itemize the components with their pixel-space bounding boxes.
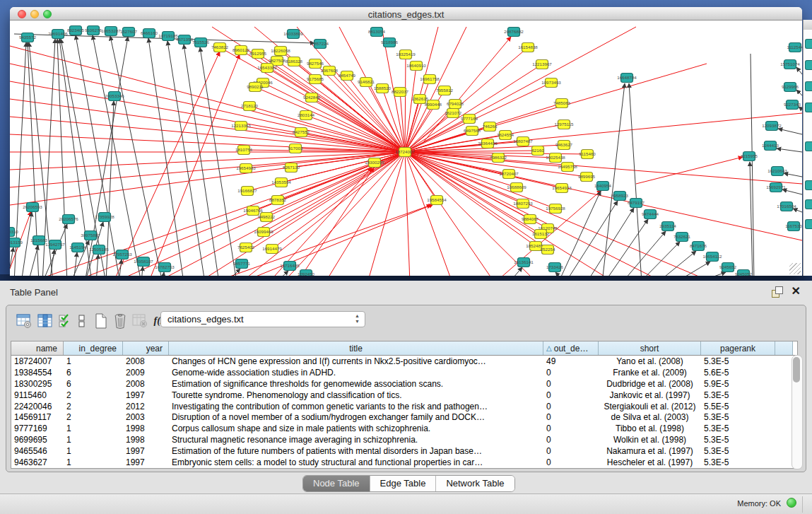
graph-node[interactable]: 20364436 <box>478 139 498 148</box>
graph-node[interactable]: 15692971 <box>766 183 786 192</box>
window-resize-grip[interactable] <box>789 263 801 274</box>
graph-node[interactable]: 1092450 <box>298 270 315 276</box>
table-settings-icon[interactable] <box>15 312 33 330</box>
graph-node[interactable]: 8215955 <box>741 152 758 161</box>
network-canvas[interactable]: 8960122891295518226058982750816543382818… <box>10 21 802 276</box>
graph-node[interactable]: 19654923 <box>552 184 572 193</box>
graph-node[interactable]: 8427552 <box>293 128 310 137</box>
graph-node[interactable]: 12213967 <box>532 60 552 69</box>
float-panel-icon[interactable] <box>772 286 782 297</box>
graph-node[interactable]: 18640910 <box>406 62 426 71</box>
memory-ok-indicator[interactable] <box>787 498 796 508</box>
graph-node[interactable]: 9106276 <box>85 26 102 35</box>
cell-year[interactable]: 2012 <box>123 402 169 411</box>
column-header-in_degree[interactable]: in_degree <box>64 341 123 355</box>
graph-node[interactable]: 9245052 <box>735 270 753 276</box>
cell-short[interactable]: Nakamura et al. (1997) <box>599 446 701 456</box>
graph-node[interactable]: 9129966 <box>782 83 799 92</box>
cell-in_degree[interactable]: 1 <box>64 435 123 445</box>
cell-pagerank[interactable]: 5.3E-5 <box>701 356 775 366</box>
tab-edge-table[interactable]: Edge Table <box>370 476 437 491</box>
graph-node[interactable]: 7632621 <box>673 233 691 242</box>
graph-node[interactable]: 26206593 <box>23 203 42 212</box>
cell-short[interactable]: de Silva et al. (2003) <box>599 412 701 422</box>
graph-node[interactable]: 3913159 <box>10 238 23 247</box>
graph-node[interactable]: 16958107 <box>134 257 153 267</box>
tab-node-table[interactable]: Node Table <box>303 476 370 491</box>
delete-rows-icon[interactable] <box>111 312 129 330</box>
graph-node[interactable]: 9218986 <box>381 38 399 47</box>
graph-node[interactable]: 8822037 <box>392 88 409 97</box>
cell-short[interactable]: Franke et al. (2009) <box>599 368 701 378</box>
cell-title[interactable]: Tourette syndrome. Phenomenology and cla… <box>169 390 543 400</box>
window-titlebar[interactable]: citations_edges.txt <box>10 7 802 21</box>
graph-node[interactable]: 917003 <box>288 144 303 153</box>
new-table-icon[interactable] <box>93 312 110 330</box>
graph-node[interactable]: 15716485 <box>280 262 300 271</box>
table-row[interactable]: 1938455462009Genome-wide association stu… <box>11 367 797 378</box>
cell-out_de[interactable]: 0 <box>543 435 599 445</box>
cell-out_de[interactable]: 0 <box>543 446 599 456</box>
cell-title[interactable]: Disruption of a novel member of a sodium… <box>169 412 543 422</box>
table-row[interactable]: 977716911998Corpus callosum shape and si… <box>11 423 797 434</box>
graph-node[interactable]: 6497568 <box>464 127 481 136</box>
citation-graph[interactable]: 8960122891295518226058982750816543382818… <box>10 21 802 276</box>
cell-in_degree[interactable]: 6 <box>64 379 123 389</box>
table-row[interactable]: 946554611997Estimation of the future num… <box>11 445 797 457</box>
graph-node[interactable]: 2803144 <box>298 111 315 120</box>
graph-node[interactable]: 1244413 <box>762 141 779 151</box>
cell-short[interactable]: Wolkin et al. (1998) <box>599 435 701 445</box>
graph-node[interactable]: 7955812 <box>436 86 454 95</box>
table-row[interactable]: 1830029562008Estimation of significance … <box>11 378 797 390</box>
graph-node[interactable]: 16154838 <box>518 43 538 52</box>
graph-node[interactable]: 20053346 <box>105 92 124 101</box>
cell-out_de[interactable]: 0 <box>543 390 599 400</box>
graph-node[interactable]: 16033809 <box>283 30 303 39</box>
cell-out_de[interactable]: 0 <box>543 424 599 433</box>
graph-node[interactable]: 15751074 <box>780 60 800 69</box>
graph-node[interactable]: 9242848 <box>303 93 321 103</box>
graph-node[interactable]: 8267130 <box>283 163 300 173</box>
table-column-icon[interactable] <box>36 312 54 330</box>
column-select-icon[interactable] <box>57 312 73 330</box>
graph-node[interactable]: 14353594 <box>271 178 291 187</box>
graph-node[interactable]: 13942757 <box>45 240 65 250</box>
graph-node[interactable]: 9435572 <box>19 33 37 42</box>
graph-node[interactable]: 12975115 <box>554 120 574 129</box>
graph-node[interactable]: 1733426 <box>546 263 564 272</box>
graph-node[interactable]: 8471676 <box>690 242 707 251</box>
graph-node[interactable]: 20691406 <box>48 30 68 39</box>
table-row[interactable]: 1456911722003Disruption of a novel membe… <box>11 411 797 423</box>
cell-year[interactable]: 2008 <box>123 379 169 389</box>
table-row[interactable]: 2242004622012Investigating the contribut… <box>11 401 797 412</box>
graph-node[interactable]: 8960122 <box>233 46 250 55</box>
column-header-short[interactable]: short <box>599 341 701 355</box>
cell-title[interactable]: Investigating the contribution of common… <box>169 402 543 411</box>
graph-node[interactable]: 10025438 <box>546 153 565 163</box>
graph-node[interactable]: 15136141 <box>514 258 534 267</box>
graph-node[interactable]: 1167533 <box>785 222 802 231</box>
graph-node[interactable]: 16648784 <box>617 74 637 83</box>
graph-node[interactable]: 16495758 <box>558 163 577 172</box>
cell-out_de[interactable]: 0 <box>543 457 599 467</box>
scrollbar-thumb[interactable] <box>793 357 800 382</box>
cell-pagerank[interactable]: 5.3E-5 <box>701 446 775 456</box>
cell-year[interactable]: 1998 <box>123 435 169 445</box>
graph-node[interactable]: 746266 <box>483 122 498 132</box>
graph-node[interactable]: 19166827 <box>237 187 257 196</box>
graph-node[interactable]: 9457771 <box>233 259 251 269</box>
graph-node[interactable]: 8186328 <box>286 57 303 66</box>
cell-name[interactable]: 19384554 <box>11 368 64 378</box>
graph-node[interactable]: 6479197 <box>628 199 645 208</box>
cell-title[interactable]: Genome-wide association studies in ADHD. <box>169 368 543 378</box>
graph-node[interactable]: 2367608 <box>321 66 339 76</box>
cell-in_degree[interactable]: 1 <box>64 356 123 366</box>
cell-pagerank[interactable]: 5.3E-5 <box>701 457 775 467</box>
table-row[interactable]: 969969511998Structural magnetic resonanc… <box>11 434 797 445</box>
cell-year[interactable]: 2009 <box>123 368 169 378</box>
cell-in_degree[interactable]: 2 <box>64 412 123 422</box>
cell-title[interactable]: Estimation of significance thresholds fo… <box>169 379 543 389</box>
graph-node[interactable]: 16961758 <box>420 75 440 84</box>
cell-pagerank[interactable]: 5.9E-5 <box>701 379 775 389</box>
cell-year[interactable]: 1997 <box>123 390 169 400</box>
